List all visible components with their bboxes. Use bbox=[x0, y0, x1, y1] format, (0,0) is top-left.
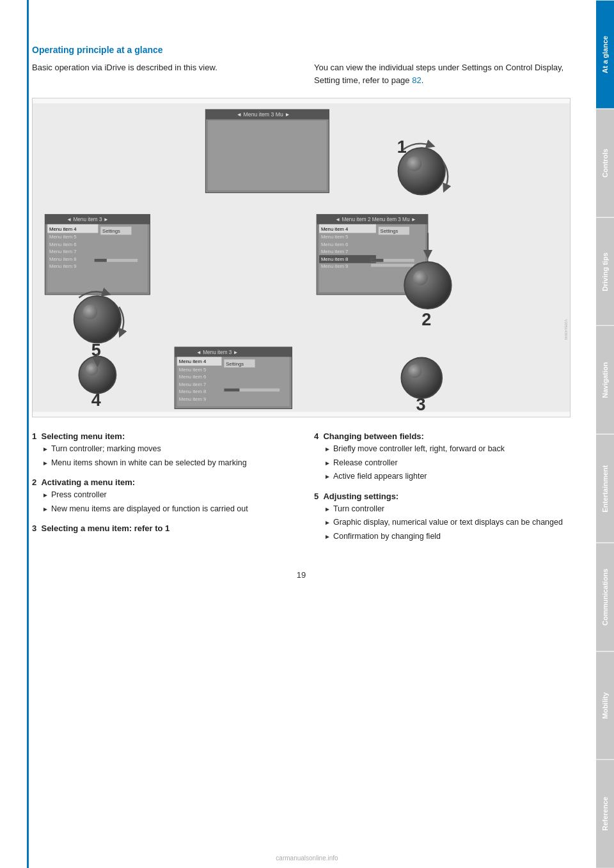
step-4-bullets: ► Briefly move controller left, right, f… bbox=[324, 444, 571, 483]
svg-text:Menu item 6: Menu item 6 bbox=[321, 242, 348, 247]
sidebar-tab-at-a-glance[interactable]: At a glance bbox=[596, 0, 614, 109]
steps-left-col: 1 Selecting menu item: ► Turn controller… bbox=[32, 431, 288, 551]
intro-left: Basic operation via iDrive is described … bbox=[32, 61, 288, 86]
svg-text:Settings: Settings bbox=[381, 228, 398, 234]
steps-right-col: 4 Changing between fields: ► Briefly mov… bbox=[314, 431, 571, 551]
svg-text:1: 1 bbox=[397, 137, 407, 157]
sidebar-tab-entertainment[interactable]: Entertainment bbox=[596, 434, 614, 543]
step-1: 1 Selecting menu item: ► Turn controller… bbox=[32, 431, 288, 469]
step-2-number: 2 bbox=[32, 477, 36, 487]
bullet-arrow-icon: ► bbox=[42, 459, 49, 468]
svg-text:Menu item 7: Menu item 7 bbox=[49, 249, 76, 254]
step-4-title: Changing between fields: bbox=[323, 431, 423, 441]
step-3-number: 3 bbox=[32, 523, 36, 533]
step-1-number: 1 bbox=[32, 431, 36, 441]
svg-text:Menu item 5: Menu item 5 bbox=[179, 367, 206, 373]
svg-text:Menu item 4: Menu item 4 bbox=[179, 359, 207, 364]
step-5-bullet-3: ► Confirmation by changing field bbox=[324, 531, 571, 543]
step-4: 4 Changing between fields: ► Briefly mov… bbox=[314, 431, 571, 483]
step-2-bullets: ► Press controller ► New menu items are … bbox=[42, 490, 288, 515]
svg-text:Menu item 6: Menu item 6 bbox=[179, 374, 206, 380]
svg-text:Menu item 4: Menu item 4 bbox=[321, 226, 349, 232]
step-2-bullet-2: ► New menu items are displayed or functi… bbox=[42, 504, 288, 515]
svg-text:V205143041: V205143041 bbox=[564, 320, 568, 341]
svg-rect-41 bbox=[371, 259, 383, 262]
bullet-arrow-icon: ► bbox=[42, 445, 49, 454]
svg-text:Menu item 6: Menu item 6 bbox=[49, 242, 76, 247]
svg-text:Menu item 9: Menu item 9 bbox=[321, 263, 348, 269]
step-5-number: 5 bbox=[314, 492, 319, 501]
step-2: 2 Activating a menu item: ► Press contro… bbox=[32, 477, 288, 515]
svg-text:Menu item 8: Menu item 8 bbox=[179, 389, 206, 394]
step-4-bullet-1: ► Briefly move controller left, right, f… bbox=[324, 444, 571, 455]
step-2-title: Activating a menu item: bbox=[41, 477, 135, 487]
sidebar-tab-communications[interactable]: Communications bbox=[596, 543, 614, 651]
svg-text:Menu item 5: Menu item 5 bbox=[49, 234, 76, 240]
sidebar-tabs: At a glance Controls Driving tips Naviga… bbox=[596, 0, 614, 868]
svg-text:◄ Menu item 3 ►: ◄ Menu item 3 ► bbox=[67, 217, 109, 222]
bullet-arrow-icon: ► bbox=[324, 518, 331, 527]
svg-point-7 bbox=[407, 157, 421, 171]
svg-point-47 bbox=[86, 363, 98, 375]
sidebar-tab-driving-tips[interactable]: Driving tips bbox=[596, 217, 614, 326]
steps-columns: 1 Selecting menu item: ► Turn controller… bbox=[32, 431, 571, 551]
step-5-bullet-1: ► Turn controller bbox=[324, 504, 571, 515]
bullet-arrow-icon: ► bbox=[42, 505, 49, 514]
step-5-bullet-2: ► Graphic display, numerical value or te… bbox=[324, 517, 571, 529]
diagram-container: ◄ Menu item 3 Mu ► 1 ◄ Menu item 3 ► Set… bbox=[32, 98, 571, 417]
step-3-title: Selecting a menu item: refer to 1 bbox=[41, 523, 169, 533]
sidebar-tab-mobility[interactable]: Mobility bbox=[596, 651, 614, 760]
intro-right: You can view the individual steps under … bbox=[314, 61, 571, 86]
section-title: Operating principle at a glance bbox=[32, 45, 571, 55]
bullet-arrow-icon: ► bbox=[324, 532, 331, 541]
bullet-arrow-icon: ► bbox=[324, 445, 331, 454]
svg-point-24 bbox=[83, 304, 97, 319]
svg-text:◄ Menu item 3 ►: ◄ Menu item 3 ► bbox=[196, 350, 239, 355]
svg-point-43 bbox=[404, 262, 451, 309]
intro-columns: Basic operation via iDrive is described … bbox=[32, 61, 571, 86]
step-3: 3 Selecting a menu item: refer to 1 bbox=[32, 523, 288, 533]
diagram-svg: ◄ Menu item 3 Mu ► 1 ◄ Menu item 3 ► Set… bbox=[33, 98, 570, 417]
svg-text:◄ Menu item 3  Mu ►: ◄ Menu item 3 Mu ► bbox=[237, 111, 290, 118]
svg-text:Menu item 7: Menu item 7 bbox=[179, 382, 206, 387]
step-5-bullets: ► Turn controller ► Graphic display, num… bbox=[324, 504, 571, 543]
svg-text:3: 3 bbox=[416, 395, 426, 414]
step-5-title: Adjusting settings: bbox=[323, 492, 398, 501]
bullet-arrow-icon: ► bbox=[324, 505, 331, 514]
watermark: carmanualsonline.info bbox=[276, 855, 338, 862]
step-1-bullet-2: ► Menu items shown in white can be selec… bbox=[42, 458, 288, 469]
svg-text:Settings: Settings bbox=[102, 228, 120, 234]
step-2-bullet-1: ► Press controller bbox=[42, 490, 288, 501]
sidebar-tab-reference[interactable]: Reference bbox=[596, 759, 614, 868]
page-number: 19 bbox=[32, 570, 571, 580]
bullet-arrow-icon: ► bbox=[42, 491, 49, 500]
svg-text:Menu item 7: Menu item 7 bbox=[321, 249, 348, 254]
sidebar-tab-navigation[interactable]: Navigation bbox=[596, 325, 614, 434]
step-4-bullet-3: ► Active field appears lighter bbox=[324, 471, 571, 483]
step-4-number: 4 bbox=[314, 431, 319, 441]
svg-point-65 bbox=[408, 364, 421, 378]
svg-text:Menu item 8: Menu item 8 bbox=[49, 256, 76, 262]
svg-rect-42 bbox=[371, 264, 414, 267]
svg-text:Menu item 4: Menu item 4 bbox=[49, 226, 77, 232]
main-content: Operating principle at a glance Basic op… bbox=[0, 0, 596, 605]
step-1-bullet-1: ► Turn controller; marking moves bbox=[42, 444, 288, 455]
svg-text:Menu item 8: Menu item 8 bbox=[321, 256, 348, 262]
svg-text:◄ Menu item 2  Menu item 3  Mu: ◄ Menu item 2 Menu item 3 Mu ► bbox=[335, 217, 416, 222]
svg-point-23 bbox=[74, 296, 121, 343]
step-4-bullet-2: ► Release controller bbox=[324, 458, 571, 469]
svg-rect-63 bbox=[224, 389, 239, 392]
step-5: 5 Adjusting settings: ► Turn controller … bbox=[314, 492, 571, 543]
step-1-bullets: ► Turn controller; marking moves ► Menu … bbox=[42, 444, 288, 469]
page-ref-link[interactable]: 82 bbox=[412, 75, 421, 85]
svg-text:Menu item 5: Menu item 5 bbox=[321, 234, 348, 240]
svg-text:4: 4 bbox=[91, 391, 101, 410]
sidebar-tab-controls[interactable]: Controls bbox=[596, 109, 614, 217]
svg-text:Settings: Settings bbox=[226, 361, 244, 367]
step-1-title: Selecting menu item: bbox=[41, 431, 125, 441]
svg-text:Menu item 9: Menu item 9 bbox=[49, 263, 76, 269]
svg-text:Menu item 9: Menu item 9 bbox=[179, 396, 206, 402]
bullet-arrow-icon: ► bbox=[324, 459, 331, 468]
svg-text:2: 2 bbox=[421, 310, 431, 329]
svg-point-64 bbox=[401, 357, 442, 398]
